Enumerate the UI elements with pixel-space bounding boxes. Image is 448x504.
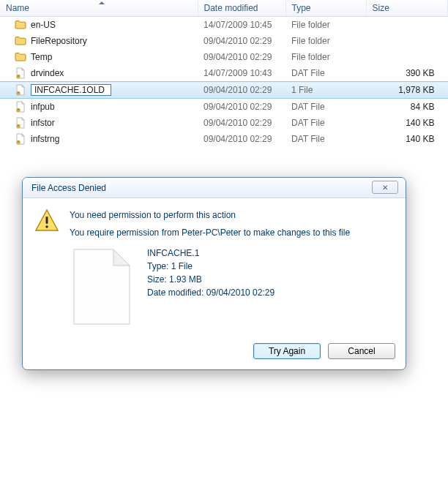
file-access-denied-dialog: File Access Denied ✕ You need per [22,177,406,370]
svg-rect-11 [18,110,19,110]
table-row[interactable]: FileRepository09/04/2010 02:29File folde… [0,33,448,49]
close-button[interactable]: ✕ [372,181,398,194]
file-name-label: Temp [31,52,52,62]
file-icon [15,84,26,96]
col-name[interactable]: Name [0,0,198,17]
file-type-label: File folder [285,33,366,49]
try-again-button[interactable]: Try Again [253,343,321,359]
file-date-label: 09/04/2010 02:29 [198,33,285,49]
dialog-title-text: File Access Denied [31,183,106,193]
file-icon [15,101,26,113]
table-row[interactable]: Temp09/04/2010 02:29File folder [0,49,448,65]
file-size-label: 140 KB [366,115,448,131]
table-row[interactable]: infstrng09/04/2010 02:29DAT File140 KB [0,131,448,147]
col-type[interactable]: Type [285,0,366,17]
file-date: Date modified: 09/04/2010 02:29 [147,286,275,299]
file-size: Size: 1.93 MB [147,273,275,286]
file-type-label: 1 File [285,82,366,99]
table-row[interactable]: infstor09/04/2010 02:29DAT File140 KB [0,115,448,131]
rename-input[interactable]: INFCACHE.1OLD [31,84,111,96]
file-icon [15,117,26,129]
folder-icon [15,35,26,47]
file-name-label: FileRepository [31,36,87,46]
file-date-label: 09/04/2010 02:29 [198,131,285,147]
dialog-message: You require permission from Peter-PC\Pet… [70,227,350,238]
file-icon [15,67,26,79]
svg-marker-1 [22,68,24,70]
file-name-label: drvindex [31,68,64,78]
file-name: INFCACHE.1 [147,247,275,260]
close-icon: ✕ [382,184,388,192]
table-row[interactable]: drvindex14/07/2009 10:43DAT File390 KB [0,65,448,82]
svg-marker-13 [22,118,24,120]
file-size-label: 390 KB [366,65,448,82]
file-type-label: DAT File [285,99,366,116]
file-type-label: File folder [285,17,366,34]
file-date-label: 14/07/2009 10:45 [198,17,285,34]
file-size-label: 140 KB [366,131,448,147]
warning-icon [34,208,59,247]
file-list: Name Date modified Type Size en-US14/07/… [0,0,448,147]
file-thumbnail-icon [70,247,134,327]
file-type-label: File folder [285,49,366,65]
file-details: INFCACHE.1 Type: 1 File Size: 1.93 MB Da… [147,247,275,327]
file-type-label: DAT File [285,115,366,131]
svg-rect-3 [18,76,19,77]
file-name-label: infstor [31,118,55,128]
file-type-label: DAT File [285,65,366,82]
file-date-label: 09/04/2010 02:29 [198,49,285,65]
file-type-label: DAT File [285,131,366,147]
file-name-label: infstrng [31,134,59,144]
file-size-label [366,17,448,34]
file-size-label [366,49,448,65]
svg-rect-19 [18,142,19,143]
cancel-button[interactable]: Cancel [328,343,395,359]
file-date-label: 09/04/2010 02:29 [198,99,285,116]
file-size-label: 1,978 KB [366,82,448,99]
svg-rect-15 [18,126,19,127]
file-type: Type: 1 File [147,260,275,273]
dialog-heading: You need permission to perform this acti… [70,210,350,220]
file-size-label [366,33,448,49]
table-row[interactable]: infpub09/04/2010 02:29DAT File84 KB [0,99,448,116]
file-date-label: 14/07/2009 10:43 [198,65,285,82]
svg-marker-5 [22,85,24,87]
table-row[interactable]: en-US14/07/2009 10:45File folder [0,17,448,34]
svg-marker-24 [113,249,130,266]
file-name-label: infpub [31,102,55,112]
file-date-label: 09/04/2010 02:29 [198,115,285,131]
file-name-label: en-US [31,20,56,30]
col-size[interactable]: Size [366,0,448,17]
file-date-label: 09/04/2010 02:29 [198,82,285,99]
folder-icon [15,19,26,31]
table-row[interactable]: INFCACHE.1OLD09/04/2010 02:291 File1,978… [0,82,448,99]
svg-marker-9 [22,102,24,104]
dialog-title-bar[interactable]: File Access Denied ✕ [23,178,406,198]
col-date[interactable]: Date modified [198,0,285,17]
svg-marker-17 [22,134,24,136]
svg-rect-21 [46,217,48,224]
folder-icon [15,51,26,63]
svg-rect-7 [18,93,19,94]
file-size-label: 84 KB [366,99,448,116]
svg-point-22 [45,225,48,228]
file-icon [15,133,26,145]
